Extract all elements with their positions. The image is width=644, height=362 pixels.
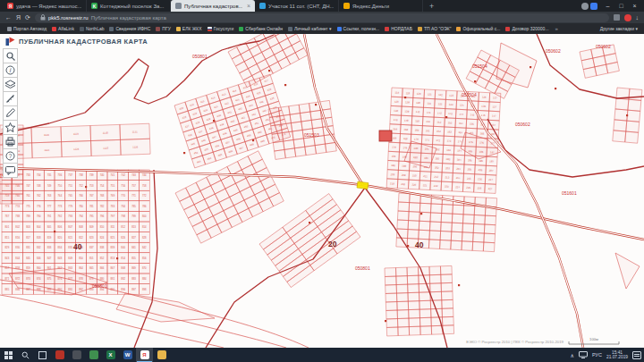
svg-text:051504: 051504 [462, 92, 477, 97]
new-tab-button[interactable]: + [423, 0, 440, 12]
extensions-icon[interactable] [614, 14, 620, 21]
bookmark-label: ЕЛК ЖКХ [182, 26, 202, 31]
bookmark-item-0[interactable]: Портал Автокод [4, 26, 49, 31]
taskbar-app-app-photos[interactable] [85, 348, 102, 362]
browser-tab-4[interactable]: Яндекс.Деньги [339, 0, 423, 12]
language-indicator[interactable]: РУС [592, 352, 602, 358]
svg-text:169: 169 [403, 137, 408, 140]
taskbar-app-app-excel[interactable]: X [102, 348, 119, 362]
map-tool-help-icon[interactable]: ? [3, 148, 18, 164]
window-controls: – □ × [581, 0, 644, 12]
map-scale-label: 100м [589, 337, 598, 341]
svg-text:222: 222 [434, 184, 438, 188]
browser-tab-0[interactable]: Яудача — Яндекс нашлос... [3, 0, 87, 12]
red-filled-parcel[interactable] [379, 130, 392, 141]
bookmark-item-6[interactable]: Госуслуги [205, 26, 237, 31]
bookmark-item-7[interactable]: Сбербанк Онлайн [236, 26, 285, 31]
map-tool-measure-icon[interactable] [3, 91, 18, 106]
svg-text:878: 878 [79, 277, 83, 281]
bookmark-label: Ссылки, полезн... [343, 26, 380, 31]
taskbar-search-icon[interactable] [17, 348, 34, 362]
map-tool-draw-icon[interactable] [3, 105, 18, 121]
svg-text:220: 220 [411, 183, 416, 187]
bookmark-label: Договор 320000... [512, 26, 548, 31]
svg-text:139: 139 [404, 110, 409, 114]
tab-close-button[interactable]: × [245, 3, 250, 9]
alice-icon[interactable] [590, 3, 597, 10]
svg-text:050801: 050801 [192, 54, 208, 59]
taskbar-app-app-folder[interactable] [153, 348, 170, 362]
svg-text:191: 191 [424, 156, 428, 160]
taskbar-clock[interactable]: 15:41 21.07.2019 [606, 350, 628, 359]
map-scale-bar [569, 341, 619, 344]
map-tool-favorites-icon[interactable] [3, 120, 18, 135]
selected-parcel-highlight[interactable] [357, 181, 369, 189]
app-photos-icon [89, 350, 98, 359]
downloads-icon[interactable]: ↓ [636, 14, 640, 21]
svg-text:179: 179 [402, 146, 407, 149]
map-tool-search-icon[interactable] [3, 48, 18, 63]
taskbar-app-app-red[interactable] [51, 348, 68, 362]
tray-network-icon[interactable] [579, 351, 588, 358]
tray-chevron-icon[interactable]: ∧ [571, 352, 574, 358]
svg-text:779: 779 [68, 205, 72, 208]
notifications-badge-icon[interactable] [624, 14, 631, 21]
bookmark-item-10[interactable]: НОРДЛАБ [382, 26, 415, 31]
taskbar-app-app-word[interactable]: W [119, 348, 136, 362]
bookmark-item-12[interactable]: Официальный с... [453, 26, 503, 31]
bookmark-item-1[interactable]: AlfaLink [49, 26, 77, 31]
close-button[interactable]: × [629, 0, 640, 12]
task-view-icon[interactable] [34, 348, 51, 362]
map-tool-layers-icon[interactable] [3, 77, 18, 92]
maximize-button[interactable]: □ [615, 0, 627, 12]
svg-text:788: 788 [15, 215, 20, 218]
svg-text:773: 773 [5, 205, 10, 208]
svg-text:158: 158 [393, 127, 397, 130]
start-button[interactable] [0, 348, 17, 362]
svg-text:854: 854 [121, 257, 125, 260]
yandex-home-button[interactable]: Я [16, 14, 21, 21]
address-input[interactable]: pkk5.rosreestr.ru Публичная кадастровая … [35, 13, 609, 22]
taskbar-app-yandex-browser[interactable]: Я [136, 348, 153, 362]
back-button[interactable]: ← [5, 14, 12, 21]
browser-tab-2[interactable]: Публичная кадастров...× [171, 0, 255, 12]
svg-text:748: 748 [37, 184, 41, 188]
app-red-icon [55, 350, 64, 359]
lock-icon [40, 14, 46, 21]
bookmark-item-2[interactable]: NorthLab [77, 26, 107, 31]
svg-text:809: 809 [89, 225, 94, 229]
svg-text:804: 804 [37, 225, 41, 229]
bookmark-item-4[interactable]: ПГУ [153, 26, 173, 31]
cadastral-map[interactable]: 7317327337347357367377387397407417427437… [0, 34, 644, 348]
minimize-button[interactable]: – [602, 0, 614, 12]
svg-text:177: 177 [490, 141, 495, 145]
refresh-button[interactable]: ⟳ [25, 14, 30, 21]
bookmark-item-11[interactable]: ТП АО "ОЭК" [415, 26, 454, 31]
taskbar-app-app-dark[interactable] [68, 348, 85, 362]
other-bookmarks-button[interactable]: Другие закладки ▾ [600, 26, 640, 31]
bookmarks-overflow-button[interactable]: » [553, 26, 561, 31]
map-tool-info-icon[interactable]: i [3, 63, 18, 78]
svg-text:119: 119 [406, 91, 411, 95]
svg-text:151: 151 [426, 120, 430, 123]
svg-text:846: 846 [37, 257, 41, 260]
bookmark-item-13[interactable]: Договор 320000... [503, 26, 551, 31]
tab-label: Яндекс.Деньги [352, 4, 418, 9]
bookmark-item-5[interactable]: ЕЛК ЖКХ [174, 26, 205, 31]
svg-text:190: 190 [413, 156, 418, 159]
bookmark-item-8[interactable]: Личный кабинет ▾ [285, 26, 335, 31]
bookmark-item-9[interactable]: Ссылки, полезн... [335, 26, 383, 31]
action-center-icon[interactable] [632, 351, 641, 359]
browser-tab-3[interactable]: Участок 11 сот. (СНТ, ДН... [255, 0, 339, 12]
profile-icon[interactable] [581, 3, 589, 10]
svg-text:852: 852 [100, 257, 105, 260]
map-tool-feedback-icon[interactable] [3, 163, 18, 178]
map-tool-print-icon[interactable] [3, 134, 18, 149]
svg-text:196: 196 [479, 159, 483, 163]
svg-text:204: 204 [456, 167, 461, 171]
svg-text:782: 782 [100, 205, 105, 208]
browser-tab-1[interactable]: KКоттеджный поселок За... [87, 0, 171, 12]
bookmark-item-3[interactable]: Сведения ИФНС [106, 26, 153, 31]
svg-text:817: 817 [26, 236, 30, 240]
bookmark-favicon [7, 27, 12, 31]
